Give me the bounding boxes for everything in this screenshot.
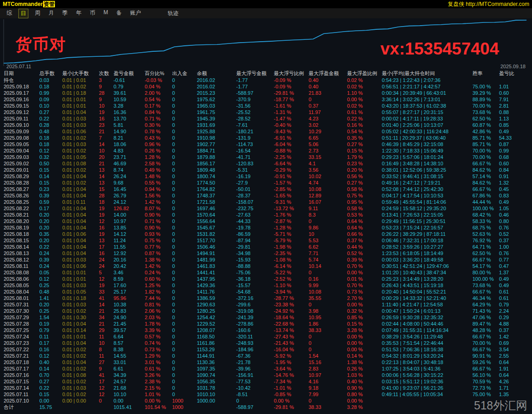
table-row[interactable]: 2025.07.240.110.01 | 0.01116.640.57 %011…: [0, 333, 532, 340]
menu-item-M[interactable]: M: [102, 9, 110, 18]
table-row[interactable]: 2025.09.090.480.01 | 0.062114.900.78 %01…: [0, 128, 532, 135]
table-row[interactable]: 2025.08.120.390.01 | 0.032420.161.38 %01…: [0, 256, 532, 263]
cell-col0: 2025.07.14: [0, 385, 38, 391]
table-row[interactable]: 2025.09.050.180.01 | 0.031418.060.96 %01…: [0, 141, 532, 147]
table-row[interactable]: 2025.07.180.400.01 | 0.042733.013.01 %01…: [0, 359, 532, 365]
menu-item-日[interactable]: 日: [18, 9, 28, 18]
cell-col7: 1570.64: [196, 212, 235, 218]
table-row[interactable]: 2025.07.300.250.01 | 0.022125.832.06 %01…: [0, 308, 532, 314]
cell-col1: 0.25: [38, 308, 61, 314]
cell-col1: 0.22: [38, 244, 61, 250]
menu-item-币[interactable]: 币: [88, 9, 97, 18]
cell-col11: 0.80 %: [346, 391, 381, 398]
daily-stats-table: 日期总手数最小|大手数次数盈亏金额百分比%出入金余额最大浮亏金额最大浮亏比例最大…: [0, 70, 532, 410]
cell-col14: 0.49: [498, 128, 532, 135]
table-row[interactable]: 2025.08.180.350.01 | 0.061914.120.93 %01…: [0, 231, 532, 237]
table-row[interactable]: 2025.09.110.220.01 | 0.031613.700.71 %01…: [0, 115, 532, 122]
cell-col11: 0.23 %: [346, 160, 381, 167]
cell-col3: 13: [98, 167, 113, 173]
table-row[interactable]: 2025.07.291.540.01 | 0.303424.902.03 %01…: [0, 314, 532, 321]
cell-col12: 0:26:59 | 9:30:28 | 32:35:32: [381, 314, 472, 321]
cell-col6: 0: [171, 263, 196, 269]
table-row[interactable]: 2025.09.020.500.01 | 0.082146.692.58 %01…: [0, 160, 532, 167]
table-row[interactable]: 2025.07.230.170.01 | 0.04108.570.74 %011…: [0, 340, 532, 346]
menu-item-月[interactable]: 月: [47, 9, 56, 18]
table-row[interactable]: 2025.07.100.000.00 | 0.0000.000.00 %1000…: [0, 398, 532, 404]
cell-col7: 1168.50: [196, 333, 235, 340]
cell-col7: 1809.48: [196, 167, 235, 173]
table-row[interactable]: 2025.08.210.200.01 | 0.041914.000.90 %01…: [0, 212, 532, 218]
table-row[interactable]: 2025.08.110.240.01 | 0.062420.421.42 %01…: [0, 263, 532, 269]
table-row[interactable]: 2025.08.220.170.01 | 0.0419126.828.07 %0…: [0, 205, 532, 212]
table-row[interactable]: 2025.09.010.150.01 | 0.02138.740.49 %018…: [0, 167, 532, 173]
table-row[interactable]: 2025.07.110.150.01 | 0.021210.101.01 %01…: [0, 391, 532, 398]
cell-col12: 3:36:14 | 3:02:26 | 7:13:01: [381, 96, 472, 103]
table-row[interactable]: 2025.07.250.790.01 | 0.142939.573.39 %01…: [0, 327, 532, 333]
table-row[interactable]: 2025.08.280.150.01 | 0.02139.680.55 %017…: [0, 180, 532, 186]
table-row[interactable]: 2025.09.160.090.01 | 0.01910.590.54 %019…: [0, 96, 532, 103]
table-row[interactable]: 2025.08.011.410.01 | 0.184195.967.44 %01…: [0, 295, 532, 301]
table-row[interactable]: 2025.08.080.050.01 | 0.0153.460.24 %0144…: [0, 269, 532, 276]
cell-col13: 73.68 %: [472, 282, 498, 289]
table-row[interactable]: 2025.07.310.200.01 | 0.031410.380.81 %01…: [0, 301, 532, 308]
table-row[interactable]: 2025.08.040.480.01 | 0.053325.171.82 %01…: [0, 289, 532, 295]
cell-col2: 0.01 | 0.04: [61, 250, 98, 256]
table-row[interactable]: 2025.08.050.250.01 | 0.031917.601.25 %01…: [0, 282, 532, 289]
cell-col14: 0.88: [498, 109, 532, 115]
table-row[interactable]: 2025.08.260.390.01 | 0.042826.791.56 %01…: [0, 192, 532, 199]
cell-col4: 6.64: [113, 333, 144, 340]
cell-col8: -86.59: [235, 231, 273, 237]
table-row[interactable]: 2025.09.180.180.01 | 0.0290.790.04 %0201…: [0, 83, 532, 90]
cell-col5: 101.54 %: [144, 404, 171, 410]
table-row[interactable]: 2025.08.140.220.01 | 0.041711.550.77 %01…: [0, 244, 532, 250]
table-row-total[interactable]: 合计15.751015.41101.54 %1000-588.97-29.81 …: [0, 404, 532, 410]
table-row[interactable]: 2025.08.290.140.01 | 0.041426.241.48 %01…: [0, 173, 532, 180]
table-row[interactable]: 2025.07.170.140.01 | 0.0296.610.61 %0109…: [0, 365, 532, 372]
cell-col3: 28: [98, 192, 113, 199]
cell-col13: 67.86 %: [472, 192, 498, 199]
menu-item-综[interactable]: 综: [5, 9, 14, 18]
table-row[interactable]: 2025.09.040.120.01 | 0.02104.830.26 %018…: [0, 147, 532, 154]
table-row[interactable]: 2025.07.150.270.01 | 0.021724.572.38 %01…: [0, 378, 532, 385]
table-row[interactable]: 2025.07.140.220.01 | 0.031221.682.15 %01…: [0, 385, 532, 391]
menu-item-备[interactable]: 备: [114, 9, 124, 18]
table-row[interactable]: 2025.08.190.200.01 | 0.041613.850.90 %01…: [0, 224, 532, 231]
menu-item-年[interactable]: 年: [74, 9, 83, 18]
cell-col10: 0.16: [308, 276, 346, 282]
cell-col13: 66.67 %: [472, 160, 498, 167]
cell-col2: 0.01 | 0.03: [61, 282, 98, 289]
menu-item-账户[interactable]: 账户: [128, 9, 143, 18]
table-row[interactable]: 2025.07.280.190.01 | 0.042121.451.78 %01…: [0, 321, 532, 327]
cell-col0: 2025.07.31: [0, 301, 38, 308]
cell-col14: 0.87: [498, 141, 532, 147]
menu-item-周[interactable]: 周: [33, 9, 42, 18]
table-row[interactable]: 2025.09.030.320.01 | 0.052023.711.28 %01…: [0, 154, 532, 160]
column-header-11: 最大浮盈比例: [346, 70, 381, 77]
table-row[interactable]: 2025.08.060.120.01 | 0.01128.590.60 %014…: [0, 276, 532, 282]
table-row[interactable]: 2025.09.170.990.01 | 0.182839.612.00 %02…: [0, 90, 532, 96]
cell-col8: -320.11: [235, 333, 273, 340]
cell-col9: -5.92 %: [273, 353, 308, 359]
menu-item-trace[interactable]: 轨迹: [168, 10, 179, 17]
cell-col11: 0.75 %: [346, 192, 381, 199]
table-row[interactable]: 2025.08.250.590.01 | 0.111824.121.42 %01…: [0, 199, 532, 205]
table-row[interactable]: 2025.09.150.100.01 | 0.01103.280.17 %019…: [0, 103, 532, 109]
table-row[interactable]: 2025.07.220.160.01 | 0.0288.380.73 %0115…: [0, 346, 532, 353]
cell-col5: 0.81 %: [144, 301, 171, 308]
table-row[interactable]: 2025.08.150.200.01 | 0.041311.240.75 %01…: [0, 237, 532, 244]
cell-col1: 0.12: [38, 353, 61, 359]
table-row[interactable]: 2025.07.210.120.01 | 0.021114.551.29 %01…: [0, 353, 532, 359]
cell-col3: 13: [98, 237, 113, 244]
cell-col8: -36.18: [235, 276, 273, 282]
table-row[interactable]: 2025.08.130.240.01 | 0.041612.920.87 %01…: [0, 250, 532, 256]
table-row[interactable]: 2025.08.200.200.01 | 0.041210.970.71 %01…: [0, 218, 532, 224]
table-row[interactable]: 2025.07.160.700.01 | 0.084134.393.26 %01…: [0, 372, 532, 378]
table-row[interactable]: 2025.08.270.230.01 | 0.041516.450.94 %01…: [0, 186, 532, 192]
cell-col12: 0:25:23 | 3:14:49 | 13:28:20: [381, 276, 472, 282]
cell-col1: 0.39: [38, 192, 61, 199]
menu-item-季[interactable]: 季: [60, 9, 70, 18]
table-row[interactable]: 2025.09.080.180.01 | 0.0278.210.43 %0191…: [0, 135, 532, 141]
table-row[interactable]: 2025.09.100.280.01 | 0.03235.810.30 %019…: [0, 122, 532, 128]
table-row-open-positions[interactable]: 持仓0.030.01 | 0.013-0.61-0.03 %02016.02-1…: [0, 77, 532, 83]
table-row[interactable]: 2025.09.120.270.01 | 0.041916.360.84 %01…: [0, 109, 532, 115]
